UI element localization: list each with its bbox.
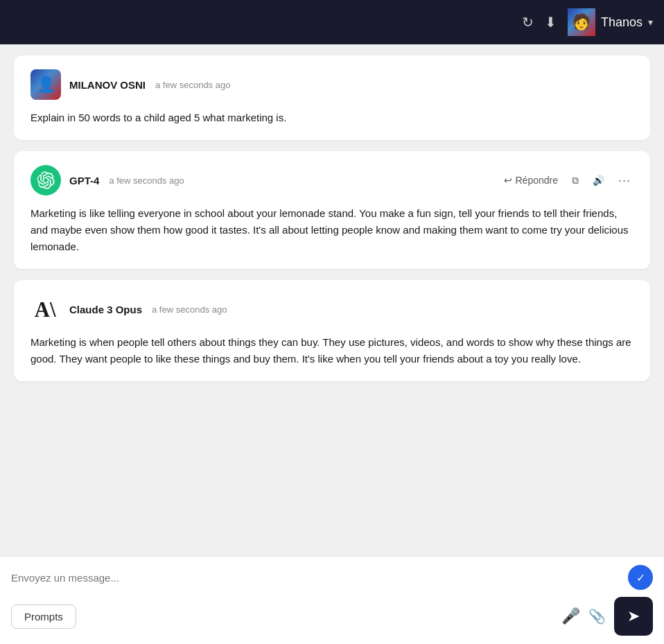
more-options-button[interactable]: ··· [615,172,634,189]
sender-time-claude: a few seconds ago [152,304,227,315]
sender-name-gpt4: GPT-4 [69,175,99,186]
submit-button[interactable]: ➤ [614,597,653,636]
sender-name-claude: Claude 3 Opus [69,304,142,315]
bottom-bar: ✓ Prompts 🎤 📎 ➤ [0,556,664,644]
mic-button[interactable]: 🎤 [561,607,580,625]
mic-icon: 🎤 [561,607,580,625]
gpt-logo-icon [37,171,55,189]
user-name: Thanos [601,15,643,30]
more-icon: ··· [618,173,631,188]
clip-icon: 📎 [588,609,606,624]
download-icon[interactable]: ⬇ [545,14,557,31]
check-icon: ✓ [636,571,645,584]
copy-button[interactable]: ⧉ [569,173,582,188]
copy-icon: ⧉ [572,175,579,186]
speaker-button[interactable]: 🔊 [590,173,607,187]
chevron-down-icon: ▾ [648,17,653,28]
message-header-claude: A\ Claude 3 Opus a few seconds ago [30,294,634,324]
claude-logo-icon: A\ [33,297,58,322]
avatar-milanov: 👤 [30,69,61,100]
avatar-gpt4 [30,165,61,195]
message-header-user: 👤 MILANOV OSNI a few seconds ago [30,69,634,100]
message-input[interactable] [11,572,622,584]
sender-time-gpt4: a few seconds ago [109,175,184,186]
message-card-user: 👤 MILANOV OSNI a few seconds ago Explain… [14,55,650,140]
sender-time-user: a few seconds ago [155,80,230,90]
bottom-right-actions: 🎤 📎 ➤ [561,597,653,636]
avatar-claude: A\ [30,294,61,324]
send-check-button[interactable]: ✓ [628,565,653,590]
user-pill[interactable]: 🧑 Thanos ▾ [568,8,653,36]
input-row: ✓ [11,565,653,590]
reply-button[interactable]: ↩ Répondre [501,173,561,187]
message-card-claude: A\ Claude 3 Opus a few seconds ago Marke… [14,280,650,381]
svg-text:A\: A\ [35,298,56,322]
messages-container: 👤 MILANOV OSNI a few seconds ago Explain… [0,44,664,556]
gpt4-message-actions: ↩ Répondre ⧉ 🔊 ··· [501,172,634,189]
user-avatar: 🧑 [568,8,595,36]
speaker-icon: 🔊 [593,175,604,186]
reply-arrow-icon: ↩ [504,175,512,186]
message-body-gpt4: Marketing is like telling everyone in sc… [30,205,634,255]
send-icon: ➤ [627,607,640,625]
message-body-claude: Marketing is when people tell others abo… [30,334,634,367]
prompts-button[interactable]: Prompts [11,604,76,629]
message-header-gpt4: GPT-4 a few seconds ago ↩ Répondre ⧉ 🔊 [30,165,634,195]
header-actions: ↻ ⬇ 🧑 Thanos ▾ [522,8,653,36]
bottom-actions-row: Prompts 🎤 📎 ➤ [11,597,653,636]
reply-label: Répondre [515,175,558,186]
refresh-icon[interactable]: ↻ [522,14,534,31]
message-body-user: Explain in 50 words to a child aged 5 wh… [30,110,634,126]
header: ↻ ⬇ 🧑 Thanos ▾ [0,0,664,44]
attachment-button[interactable]: 📎 [588,608,606,625]
message-card-gpt4: GPT-4 a few seconds ago ↩ Répondre ⧉ 🔊 [14,151,650,269]
sender-name-user: MILANOV OSNI [69,79,146,91]
